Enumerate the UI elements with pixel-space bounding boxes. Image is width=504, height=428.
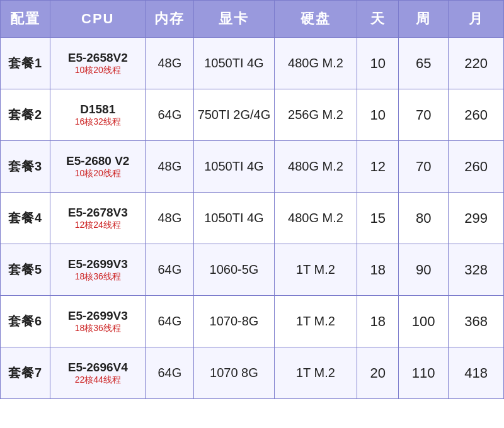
- pkg-name: 套餐3: [8, 159, 42, 173]
- gpu-cell: 1070 8G: [194, 347, 274, 399]
- month-cell: 418: [449, 347, 504, 399]
- cpu-cores: 10核20线程: [50, 168, 145, 179]
- header-cpu: CPU: [50, 1, 146, 38]
- gpu-cell: 750TI 2G/4G: [194, 89, 274, 141]
- cpu-model: E5-2680 V2: [50, 154, 145, 168]
- header-day: 天: [357, 1, 399, 38]
- week-cell: 110: [399, 347, 449, 399]
- week-cell: 70: [399, 141, 449, 193]
- day-cell: 10: [357, 89, 399, 141]
- cpu-model: E5-2699V3: [50, 309, 145, 323]
- disk-cell: 480G M.2: [274, 141, 357, 193]
- pkg-cell: 套餐4: [1, 193, 50, 244]
- cpu-cores: 16核32线程: [50, 116, 145, 128]
- cpu-model: D1581: [50, 103, 145, 116]
- week-cell: 65: [399, 38, 449, 89]
- cpu-cell: E5-2658V210核20线程: [50, 38, 146, 89]
- gpu-cell: 1060-5G: [194, 244, 274, 296]
- table-row: 套餐3E5-2680 V210核20线程48G1050TI 4G480G M.2…: [1, 141, 504, 193]
- table-row: 套餐4E5-2678V312核24线程48G1050TI 4G480G M.21…: [1, 193, 504, 244]
- pkg-cell: 套餐3: [1, 141, 50, 193]
- month-cell: 368: [449, 296, 504, 347]
- cpu-cell: E5-2680 V210核20线程: [50, 141, 146, 193]
- gpu-cell: 1070-8G: [194, 296, 274, 347]
- header-disk: 硬盘: [274, 1, 357, 38]
- disk-cell: 256G M.2: [274, 89, 357, 141]
- cpu-cell: D158116核32线程: [50, 89, 146, 141]
- day-cell: 18: [357, 244, 399, 296]
- day-cell: 20: [357, 347, 399, 399]
- pkg-name: 套餐2: [8, 108, 42, 121]
- ram-cell: 64G: [146, 244, 194, 296]
- day-cell: 10: [357, 38, 399, 89]
- header-month: 月: [449, 1, 504, 38]
- pkg-cell: 套餐5: [1, 244, 50, 296]
- month-cell: 220: [449, 38, 504, 89]
- cpu-cell: E5-2699V318核36线程: [50, 296, 146, 347]
- ram-cell: 48G: [146, 141, 194, 193]
- ram-cell: 64G: [146, 89, 194, 141]
- table-row: 套餐6E5-2699V318核36线程64G1070-8G1T M.218100…: [1, 296, 504, 347]
- ram-cell: 48G: [146, 38, 194, 89]
- ram-cell: 64G: [146, 347, 194, 399]
- week-cell: 100: [399, 296, 449, 347]
- cpu-cores: 12核24线程: [50, 220, 145, 231]
- header-ram: 内存: [146, 1, 194, 38]
- cpu-cores: 10核20线程: [50, 65, 145, 76]
- month-cell: 260: [449, 89, 504, 141]
- week-cell: 70: [399, 89, 449, 141]
- disk-cell: 1T M.2: [274, 244, 357, 296]
- month-cell: 328: [449, 244, 504, 296]
- disk-cell: 480G M.2: [274, 38, 357, 89]
- week-cell: 90: [399, 244, 449, 296]
- cpu-model: E5-2699V3: [50, 257, 145, 271]
- header-gpu: 显卡: [194, 1, 274, 38]
- ram-cell: 48G: [146, 193, 194, 244]
- day-cell: 15: [357, 193, 399, 244]
- header-week: 周: [399, 1, 449, 38]
- day-cell: 18: [357, 296, 399, 347]
- month-cell: 299: [449, 193, 504, 244]
- month-cell: 260: [449, 141, 504, 193]
- pkg-name: 套餐1: [8, 56, 42, 70]
- pkg-cell: 套餐7: [1, 347, 50, 399]
- disk-cell: 480G M.2: [274, 193, 357, 244]
- pkg-name: 套餐7: [8, 366, 42, 380]
- disk-cell: 1T M.2: [274, 296, 357, 347]
- ram-cell: 64G: [146, 296, 194, 347]
- gpu-cell: 1050TI 4G: [194, 38, 274, 89]
- cpu-model: E5-2696V4: [50, 361, 145, 374]
- cpu-cores: 22核44线程: [50, 374, 145, 386]
- cpu-model: E5-2658V2: [50, 51, 145, 65]
- cpu-cores: 18核36线程: [50, 271, 145, 283]
- table-row: 套餐2D158116核32线程64G750TI 2G/4G256G M.2107…: [1, 89, 504, 141]
- pkg-cell: 套餐6: [1, 296, 50, 347]
- table-row: 套餐5E5-2699V318核36线程64G1060-5G1T M.218903…: [1, 244, 504, 296]
- day-cell: 12: [357, 141, 399, 193]
- cpu-cores: 18核36线程: [50, 323, 145, 334]
- cpu-model: E5-2678V3: [50, 206, 145, 220]
- pkg-cell: 套餐2: [1, 89, 50, 141]
- pkg-name: 套餐4: [8, 211, 42, 225]
- week-cell: 80: [399, 193, 449, 244]
- cpu-cell: E5-2696V422核44线程: [50, 347, 146, 399]
- gpu-cell: 1050TI 4G: [194, 193, 274, 244]
- table-row: 套餐7E5-2696V422核44线程64G1070 8G1T M.220110…: [1, 347, 504, 399]
- table-row: 套餐1E5-2658V210核20线程48G1050TI 4G480G M.21…: [1, 38, 504, 89]
- cpu-cell: E5-2699V318核36线程: [50, 244, 146, 296]
- disk-cell: 1T M.2: [274, 347, 357, 399]
- cpu-cell: E5-2678V312核24线程: [50, 193, 146, 244]
- header-pei: 配置: [1, 1, 50, 38]
- pkg-name: 套餐6: [8, 314, 42, 328]
- pkg-cell: 套餐1: [1, 38, 50, 89]
- gpu-cell: 1050TI 4G: [194, 141, 274, 193]
- pkg-name: 套餐5: [8, 262, 42, 276]
